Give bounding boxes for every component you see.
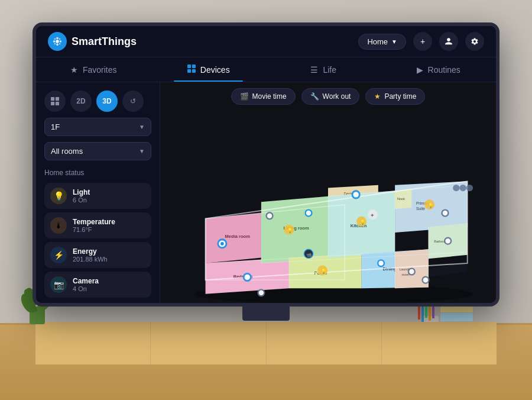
temperature-value: 71.6°F	[73, 226, 145, 233]
light-info: Light 6 On	[73, 188, 145, 204]
party-label: Party time	[384, 92, 416, 101]
camera-icon: 📷	[50, 276, 67, 293]
svg-point-7	[54, 43, 56, 45]
svg-text:💡: 💡	[287, 228, 293, 233]
status-camera[interactable]: 📷 Camera 4 On	[44, 272, 151, 298]
routines-icon: ▶	[417, 65, 423, 75]
svg-point-83	[423, 278, 428, 282]
movie-icon: 🎬	[240, 92, 249, 101]
svg-point-75	[409, 269, 414, 274]
svg-rect-15	[51, 102, 54, 105]
chevron-down-icon: ▼	[391, 38, 397, 45]
tab-routines[interactable]: ▶ Routines	[381, 57, 497, 82]
status-light[interactable]: 💡 Light 6 On	[44, 183, 151, 209]
tab-routines-label: Routines	[428, 65, 460, 75]
svg-point-6	[59, 38, 61, 40]
add-button[interactable]: +	[413, 32, 432, 51]
tab-devices-label: Devices	[200, 65, 230, 75]
view-controls: 2D 3D ↺	[44, 91, 151, 112]
svg-point-69	[353, 192, 358, 197]
svg-text:💡: 💡	[428, 203, 434, 208]
life-icon: ☰	[310, 65, 318, 75]
home-selector[interactable]: Home ▼	[358, 34, 406, 50]
tab-devices[interactable]: Devices	[151, 57, 267, 82]
svg-text:💡: 💡	[360, 220, 366, 225]
temperature-info: Temperature 71.6°F	[73, 218, 145, 233]
2d-view-button[interactable]: 2D	[70, 91, 92, 112]
svg-text:Suite: Suite	[416, 207, 425, 211]
status-items: 💡 Light 6 On 🌡 Temperature 71.6°F	[44, 183, 151, 298]
svg-point-71	[267, 213, 272, 218]
temperature-label: Temperature	[73, 218, 145, 226]
history-view-button[interactable]: ↺	[122, 91, 144, 112]
svg-point-85	[259, 291, 264, 295]
svg-text:💡: 💡	[321, 269, 327, 274]
tab-favorites[interactable]: ★ Favorites	[36, 57, 151, 82]
svg-text:Nook: Nook	[397, 197, 405, 201]
svg-point-88	[466, 185, 473, 191]
tab-life-label: Life	[323, 65, 336, 75]
floor-plan: Media room Bedroom Living room Porch	[172, 115, 484, 303]
home-status-title: Home status	[44, 169, 151, 177]
tab-favorites-label: Favorites	[83, 65, 117, 75]
svg-point-5	[54, 38, 56, 40]
svg-point-57	[220, 242, 224, 246]
energy-label: Energy	[73, 247, 145, 256]
svg-point-86	[453, 185, 459, 191]
status-temperature[interactable]: 🌡 Temperature 71.6°F	[44, 212, 151, 238]
movie-time-button[interactable]: 🎬 Movie time	[231, 88, 296, 105]
svg-point-4	[60, 40, 62, 43]
light-value: 6 On	[73, 196, 145, 204]
svg-point-79	[378, 261, 383, 266]
tab-life[interactable]: ☰ Life	[266, 57, 381, 82]
3d-view-button[interactable]: 3D	[96, 91, 118, 112]
camera-value: 4 On	[73, 285, 145, 292]
svg-rect-12	[192, 69, 196, 73]
2d-label: 2D	[76, 97, 85, 105]
svg-point-3	[53, 40, 56, 43]
floor-map-container: Media room Bedroom Living room Porch	[160, 109, 496, 303]
room-selector[interactable]: All rooms ▼	[44, 142, 151, 160]
svg-point-2	[56, 44, 59, 46]
light-icon: 💡	[50, 188, 67, 204]
energy-info: Energy 201.88 kWh	[73, 247, 145, 263]
svg-point-73	[306, 211, 311, 215]
3d-label: 3D	[102, 97, 111, 105]
energy-value: 201.88 kWh	[73, 256, 145, 263]
workout-label: Work out	[323, 92, 351, 101]
devices-icon	[187, 64, 196, 75]
svg-rect-16	[56, 102, 59, 105]
map-area: 🎬 Movie time 🔧 Work out ★ Party time	[160, 82, 496, 303]
movie-label: Movie time	[252, 92, 287, 101]
tv-stand	[242, 303, 290, 321]
camera-label: Camera	[73, 277, 145, 285]
svg-point-0	[56, 40, 59, 43]
camera-info: Camera 4 On	[73, 277, 145, 292]
svg-rect-9	[187, 64, 191, 68]
floor-selector[interactable]: 1F ▼	[44, 118, 151, 136]
svg-point-87	[460, 185, 466, 191]
smartthings-logo	[48, 32, 67, 51]
home-label: Home	[367, 37, 388, 46]
grid-view-button[interactable]	[44, 91, 66, 112]
energy-icon: ⚡	[50, 247, 67, 263]
svg-point-1	[56, 37, 59, 40]
svg-text:📹: 📹	[306, 252, 312, 257]
scene-buttons: 🎬 Movie time 🔧 Work out ★ Party time	[160, 82, 496, 109]
app-header: SmartThings Home ▼ +	[36, 26, 496, 57]
party-time-button[interactable]: ★ Party time	[365, 88, 425, 105]
svg-point-81	[443, 211, 447, 215]
profile-button[interactable]	[439, 32, 458, 51]
svg-rect-13	[51, 97, 54, 101]
svg-text:✦: ✦	[370, 212, 375, 218]
settings-button[interactable]	[465, 32, 484, 51]
app-title: SmartThings	[72, 36, 137, 48]
sidebar: 2D 3D ↺ 1F ▼ All rooms ▼	[36, 82, 160, 303]
light-label: Light	[73, 188, 145, 196]
svg-point-61	[245, 275, 250, 280]
svg-rect-11	[187, 69, 191, 73]
status-energy[interactable]: ⚡ Energy 201.88 kWh	[44, 242, 151, 268]
nav-tabs: ★ Favorites Devices ☰ Life	[36, 57, 496, 82]
workout-button[interactable]: 🔧 Work out	[301, 88, 360, 105]
header-controls: Home ▼ +	[358, 32, 484, 51]
